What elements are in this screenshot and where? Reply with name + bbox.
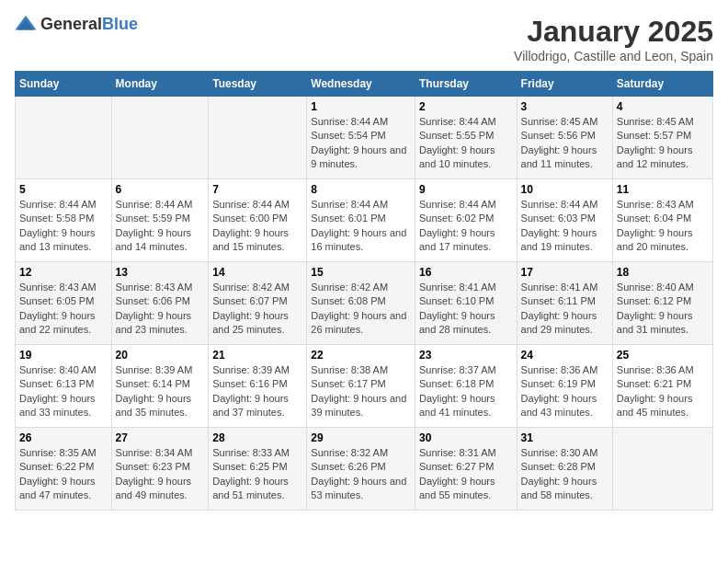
day-info: Sunrise: 8:44 AM Sunset: 5:55 PM Dayligh… xyxy=(419,115,513,172)
header-day-friday: Friday xyxy=(517,72,612,97)
day-number: 23 xyxy=(419,349,513,362)
day-number: 18 xyxy=(617,266,709,279)
calendar-cell: 27Sunrise: 8:34 AM Sunset: 6:23 PM Dayli… xyxy=(111,428,209,511)
calendar-cell: 29Sunrise: 8:32 AM Sunset: 6:26 PM Dayli… xyxy=(307,428,415,511)
calendar-cell: 19Sunrise: 8:40 AM Sunset: 6:13 PM Dayli… xyxy=(16,345,112,428)
day-number: 28 xyxy=(212,431,302,444)
day-info: Sunrise: 8:38 AM Sunset: 6:17 PM Dayligh… xyxy=(311,363,411,420)
day-info: Sunrise: 8:36 AM Sunset: 6:19 PM Dayligh… xyxy=(521,363,609,420)
calendar-cell: 3Sunrise: 8:45 AM Sunset: 5:56 PM Daylig… xyxy=(517,97,612,179)
day-number: 17 xyxy=(521,266,609,279)
day-number: 15 xyxy=(311,266,411,279)
logo-icon xyxy=(15,16,37,34)
calendar-week-2: 5Sunrise: 8:44 AM Sunset: 5:58 PM Daylig… xyxy=(16,179,713,262)
header-day-wednesday: Wednesday xyxy=(307,72,415,97)
day-info: Sunrise: 8:44 AM Sunset: 5:59 PM Dayligh… xyxy=(116,198,205,255)
calendar-table: SundayMondayTuesdayWednesdayThursdayFrid… xyxy=(15,71,713,511)
calendar-cell: 11Sunrise: 8:43 AM Sunset: 6:04 PM Dayli… xyxy=(612,179,712,262)
day-number: 9 xyxy=(419,183,513,196)
calendar-week-3: 12Sunrise: 8:43 AM Sunset: 6:05 PM Dayli… xyxy=(16,262,713,345)
calendar-cell: 30Sunrise: 8:31 AM Sunset: 6:27 PM Dayli… xyxy=(415,428,517,511)
calendar-cell: 23Sunrise: 8:37 AM Sunset: 6:18 PM Dayli… xyxy=(415,345,517,428)
day-info: Sunrise: 8:43 AM Sunset: 6:04 PM Dayligh… xyxy=(617,198,709,255)
day-info: Sunrise: 8:44 AM Sunset: 6:00 PM Dayligh… xyxy=(212,198,302,255)
calendar-cell: 17Sunrise: 8:41 AM Sunset: 6:11 PM Dayli… xyxy=(517,262,612,345)
day-info: Sunrise: 8:39 AM Sunset: 6:16 PM Dayligh… xyxy=(212,363,302,420)
calendar-cell xyxy=(209,97,307,179)
calendar-cell: 18Sunrise: 8:40 AM Sunset: 6:12 PM Dayli… xyxy=(612,262,712,345)
day-number: 8 xyxy=(311,183,411,196)
calendar-cell: 10Sunrise: 8:44 AM Sunset: 6:03 PM Dayli… xyxy=(517,179,612,262)
logo: GeneralBlue xyxy=(15,15,138,34)
calendar-cell: 20Sunrise: 8:39 AM Sunset: 6:14 PM Dayli… xyxy=(111,345,209,428)
calendar-cell: 16Sunrise: 8:41 AM Sunset: 6:10 PM Dayli… xyxy=(415,262,517,345)
day-info: Sunrise: 8:32 AM Sunset: 6:26 PM Dayligh… xyxy=(311,446,411,503)
calendar-cell: 24Sunrise: 8:36 AM Sunset: 6:19 PM Dayli… xyxy=(517,345,612,428)
day-number: 31 xyxy=(521,431,609,444)
header-day-sunday: Sunday xyxy=(16,72,112,97)
calendar-cell: 4Sunrise: 8:45 AM Sunset: 5:57 PM Daylig… xyxy=(612,97,712,179)
calendar-cell: 6Sunrise: 8:44 AM Sunset: 5:59 PM Daylig… xyxy=(111,179,209,262)
day-number: 12 xyxy=(19,266,108,279)
day-info: Sunrise: 8:42 AM Sunset: 6:08 PM Dayligh… xyxy=(311,281,411,338)
day-number: 29 xyxy=(311,431,411,444)
day-number: 1 xyxy=(311,100,411,113)
calendar-cell: 13Sunrise: 8:43 AM Sunset: 6:06 PM Dayli… xyxy=(111,262,209,345)
day-info: Sunrise: 8:41 AM Sunset: 6:10 PM Dayligh… xyxy=(419,281,513,338)
header-day-tuesday: Tuesday xyxy=(209,72,307,97)
day-number: 2 xyxy=(419,100,513,113)
day-number: 3 xyxy=(521,100,609,113)
day-info: Sunrise: 8:37 AM Sunset: 6:18 PM Dayligh… xyxy=(419,363,513,420)
day-info: Sunrise: 8:44 AM Sunset: 5:54 PM Dayligh… xyxy=(311,115,411,172)
calendar-week-1: 1Sunrise: 8:44 AM Sunset: 5:54 PM Daylig… xyxy=(16,97,713,179)
day-number: 26 xyxy=(19,431,108,444)
day-number: 13 xyxy=(116,266,205,279)
day-number: 16 xyxy=(419,266,513,279)
calendar-header-row: SundayMondayTuesdayWednesdayThursdayFrid… xyxy=(16,72,713,97)
day-info: Sunrise: 8:42 AM Sunset: 6:07 PM Dayligh… xyxy=(212,281,302,338)
day-number: 27 xyxy=(116,431,205,444)
day-info: Sunrise: 8:44 AM Sunset: 5:58 PM Dayligh… xyxy=(19,198,108,255)
calendar-cell: 5Sunrise: 8:44 AM Sunset: 5:58 PM Daylig… xyxy=(16,179,112,262)
calendar-cell: 7Sunrise: 8:44 AM Sunset: 6:00 PM Daylig… xyxy=(209,179,307,262)
header: GeneralBlue January 2025 Villodrigo, Cas… xyxy=(15,15,713,63)
day-info: Sunrise: 8:44 AM Sunset: 6:02 PM Dayligh… xyxy=(419,198,513,255)
day-number: 21 xyxy=(212,349,302,362)
calendar-cell: 8Sunrise: 8:44 AM Sunset: 6:01 PM Daylig… xyxy=(307,179,415,262)
calendar-week-5: 26Sunrise: 8:35 AM Sunset: 6:22 PM Dayli… xyxy=(16,428,713,511)
day-number: 14 xyxy=(212,266,302,279)
calendar-cell xyxy=(111,97,209,179)
day-number: 11 xyxy=(617,183,709,196)
day-number: 24 xyxy=(521,349,609,362)
day-info: Sunrise: 8:44 AM Sunset: 6:01 PM Dayligh… xyxy=(311,198,411,255)
logo-blue: Blue xyxy=(102,15,138,33)
day-info: Sunrise: 8:45 AM Sunset: 5:56 PM Dayligh… xyxy=(521,115,609,172)
calendar-cell: 9Sunrise: 8:44 AM Sunset: 6:02 PM Daylig… xyxy=(415,179,517,262)
day-info: Sunrise: 8:36 AM Sunset: 6:21 PM Dayligh… xyxy=(617,363,709,420)
day-info: Sunrise: 8:43 AM Sunset: 6:06 PM Dayligh… xyxy=(116,281,205,338)
subtitle: Villodrigo, Castille and Leon, Spain xyxy=(514,49,713,63)
header-day-saturday: Saturday xyxy=(612,72,712,97)
day-number: 19 xyxy=(19,349,108,362)
calendar-cell: 15Sunrise: 8:42 AM Sunset: 6:08 PM Dayli… xyxy=(307,262,415,345)
day-number: 25 xyxy=(617,349,709,362)
calendar-cell: 28Sunrise: 8:33 AM Sunset: 6:25 PM Dayli… xyxy=(209,428,307,511)
day-info: Sunrise: 8:31 AM Sunset: 6:27 PM Dayligh… xyxy=(419,446,513,503)
header-day-monday: Monday xyxy=(111,72,209,97)
day-info: Sunrise: 8:40 AM Sunset: 6:12 PM Dayligh… xyxy=(617,281,709,338)
day-info: Sunrise: 8:41 AM Sunset: 6:11 PM Dayligh… xyxy=(521,281,609,338)
calendar-cell: 12Sunrise: 8:43 AM Sunset: 6:05 PM Dayli… xyxy=(16,262,112,345)
day-info: Sunrise: 8:30 AM Sunset: 6:28 PM Dayligh… xyxy=(521,446,609,503)
title-area: January 2025 Villodrigo, Castille and Le… xyxy=(514,15,713,63)
day-number: 22 xyxy=(311,349,411,362)
day-number: 6 xyxy=(116,183,205,196)
day-info: Sunrise: 8:43 AM Sunset: 6:05 PM Dayligh… xyxy=(19,281,108,338)
calendar-cell: 31Sunrise: 8:30 AM Sunset: 6:28 PM Dayli… xyxy=(517,428,612,511)
day-info: Sunrise: 8:34 AM Sunset: 6:23 PM Dayligh… xyxy=(116,446,205,503)
calendar-cell: 21Sunrise: 8:39 AM Sunset: 6:16 PM Dayli… xyxy=(209,345,307,428)
day-info: Sunrise: 8:40 AM Sunset: 6:13 PM Dayligh… xyxy=(19,363,108,420)
day-number: 10 xyxy=(521,183,609,196)
main-title: January 2025 xyxy=(514,15,713,49)
calendar-cell xyxy=(16,97,112,179)
day-info: Sunrise: 8:45 AM Sunset: 5:57 PM Dayligh… xyxy=(617,115,709,172)
